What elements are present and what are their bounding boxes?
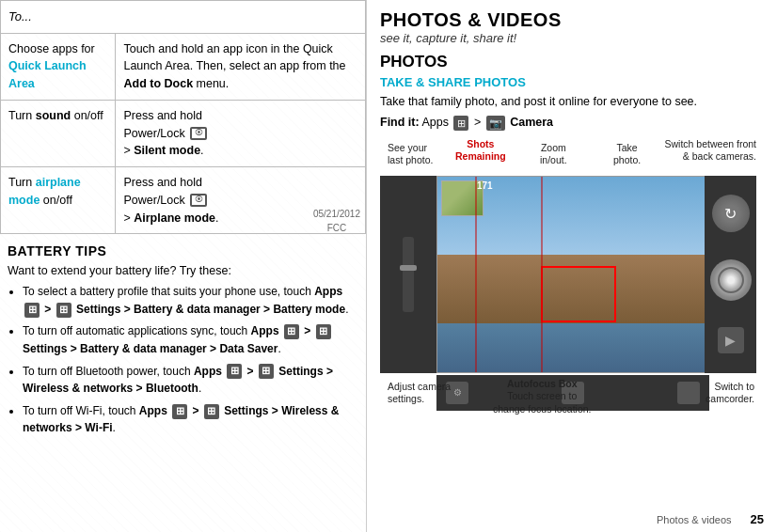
page-number: 25: [751, 512, 764, 526]
bottom-btn-3[interactable]: [677, 382, 700, 404]
camera-diagram: See yourlast photo. ShotsRemaining Zoomi…: [380, 138, 756, 411]
apps-icon-7: [172, 404, 187, 419]
row2-press: Press and holdPower/Lock > Silent mode.: [123, 109, 209, 158]
apps-icon-8: [204, 404, 219, 419]
exposure-slider[interactable]: [403, 237, 414, 312]
battery-title: BATTERY TIPS: [8, 243, 358, 258]
table-cell-left-2: Turn sound on/off: [1, 100, 116, 166]
find-apps-text: Apps > Camera: [421, 116, 553, 129]
ann-adjust-settings: Adjust camerasettings.: [388, 381, 451, 406]
table-row: Turn airplane mode on/off Press and hold…: [1, 167, 366, 234]
slider-handle[interactable]: [400, 265, 417, 271]
power-icon: [190, 127, 207, 140]
list-item: To turn off Wi-Fi, touch Apps > Settings…: [23, 402, 358, 437]
apps-icon-6: [259, 364, 274, 379]
camera-icon-find: [486, 116, 505, 131]
battery-section: BATTERY TIPS Want to extend your battery…: [0, 234, 366, 449]
power-icon-2: [190, 194, 207, 207]
apps-icon-3: [284, 324, 299, 339]
table-cell-left-1: Choose apps for Quick Launch Area: [1, 33, 116, 100]
list-item: To turn off Bluetooth power, touch Apps …: [23, 363, 358, 398]
page-label: Photos & videos: [657, 514, 732, 525]
ann-take-photo: Takephoto.: [613, 142, 641, 167]
table-row: Choose apps for Quick Launch Area Touch …: [1, 33, 366, 100]
find-label: Find it:: [380, 116, 420, 129]
table-header-label: To...: [8, 9, 32, 23]
main-title: PHOTOS & VIDEOS: [380, 9, 764, 31]
row3-suffix: on/off: [40, 194, 72, 207]
apps-icon-2: [56, 303, 71, 318]
table-cell-right-2: Press and holdPower/Lock > Silent mode.: [116, 100, 366, 166]
find-it-line: Find it: Apps > Camera: [380, 116, 764, 131]
ann-see-last-photo: See yourlast photo.: [388, 142, 433, 167]
battery-intro: Want to extend your battery life? Try th…: [8, 264, 358, 277]
ann-autofocus-box: Autofocus BoxTouch screen tochange focus…: [493, 378, 592, 416]
camera-image-area: 171: [436, 176, 709, 373]
ann-switch-cameras: Switch between front& back cameras.: [643, 138, 756, 164]
info-table: To... Choose apps for Quick Launch Area …: [0, 0, 366, 234]
table-row: Turn sound on/off Press and holdPower/Lo…: [1, 100, 366, 166]
ann-shots-remaining: ShotsRemaining: [455, 138, 506, 164]
table-cell-right-3: Press and holdPower/Lock > Airplane mode…: [116, 167, 366, 234]
red-line-vertical: [475, 177, 477, 372]
switch-camera-button[interactable]: ↻: [712, 195, 750, 232]
battery-list: To select a battery profile that suits y…: [8, 283, 358, 437]
row2-suffix: on/off: [71, 109, 103, 122]
camera-right-controls: ↻ ▶: [705, 176, 756, 373]
camera-left-controls: [380, 176, 436, 373]
shots-overlay-text: 171: [477, 180, 493, 191]
apps-icon-4: [316, 324, 331, 339]
left-column: To... Choose apps for Quick Launch Area …: [0, 0, 367, 532]
row1-highlight: Quick Launch Area: [8, 59, 87, 90]
row2-prefix: Turn: [8, 109, 36, 122]
apps-icon-5: [227, 364, 242, 379]
list-item: To turn off automatic applications sync,…: [23, 322, 358, 357]
row3-press: Press and holdPower/Lock > Airplane mode…: [123, 176, 218, 225]
row2-bold: sound: [36, 109, 71, 122]
scene-water: [437, 323, 708, 372]
photos-title: PHOTOS: [380, 53, 764, 71]
table-cell-left-3: Turn airplane mode on/off: [1, 167, 116, 234]
red-line-vertical-2: [541, 177, 543, 372]
row1-right-text: Touch and hold an app icon in the Quick …: [123, 42, 345, 91]
row1-prefix: Choose apps for: [8, 42, 95, 55]
list-item: To select a battery profile that suits y…: [23, 283, 358, 318]
page-footer: Photos & videos 25: [657, 512, 764, 526]
shutter-inner[interactable]: [718, 267, 744, 293]
table-cell-right-1: Touch and hold an app icon in the Quick …: [116, 33, 366, 100]
apps-icon: [24, 303, 40, 318]
ann-switch-camcorder: Switch tocamcorder.: [706, 381, 754, 406]
right-column: PHOTOS & VIDEOS see it, capture it, shar…: [367, 0, 777, 532]
subtitle: see it, capture it, share it!: [380, 31, 764, 45]
apps-icon-find: [453, 116, 468, 131]
autofocus-box[interactable]: [541, 266, 616, 322]
row3-prefix: Turn: [8, 176, 36, 189]
ann-zoom: Zoomin/out.: [540, 142, 567, 167]
take-share-desc: Take that family photo, and post it onli…: [380, 93, 764, 111]
table-header-row: To...: [1, 1, 366, 34]
table-header-cell: To...: [1, 1, 366, 34]
shutter-button[interactable]: [710, 259, 752, 301]
camcorder-button[interactable]: ▶: [718, 327, 744, 353]
take-share-title: TAKE & SHARE PHOTOS: [380, 75, 764, 89]
